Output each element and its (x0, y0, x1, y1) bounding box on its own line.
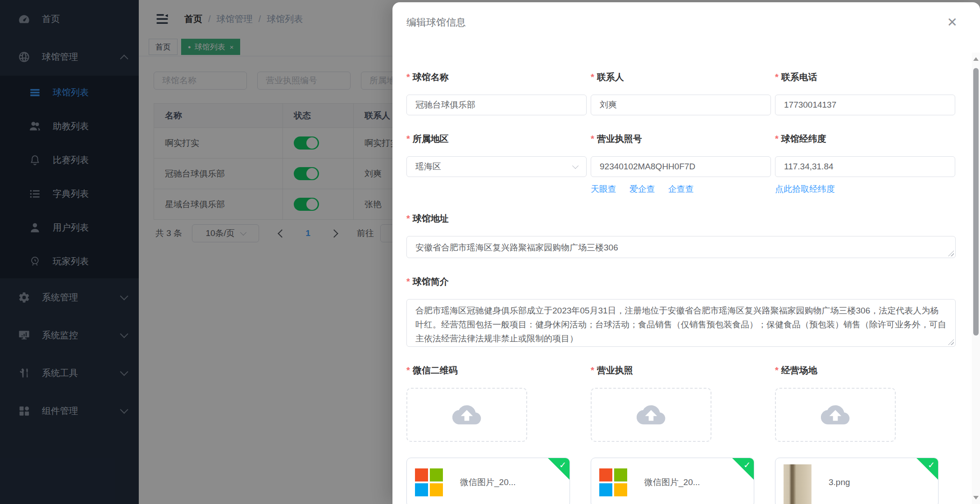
check-icon: ✓ (559, 460, 566, 470)
drawer-header: 编辑球馆信息 ✕ (392, 2, 980, 53)
aiqicha-link[interactable]: 爱企查 (629, 183, 655, 195)
close-icon[interactable]: ✕ (947, 16, 957, 29)
field-premises: * 经营场地 (775, 364, 955, 442)
premises-upload[interactable] (775, 388, 896, 442)
file-name: 微信图片_20... (460, 477, 516, 488)
scroll-up-arrow-icon[interactable] (973, 57, 979, 61)
field-label: 联系人 (597, 71, 624, 83)
uploaded-file-card[interactable]: 微信图片_20... ✓ (591, 458, 754, 504)
required-asterisk: * (406, 213, 410, 224)
field-license: * 营业执照号 天眼查 爱企查 企查查 (591, 133, 771, 195)
field-contact: * 联系人 (591, 71, 771, 115)
field-coords: * 球馆经纬度 点此拾取经纬度 (775, 133, 955, 195)
drawer-scrollbar[interactable] (972, 53, 980, 504)
file-thumbnail (784, 464, 811, 504)
drawer-title: 编辑球馆信息 (406, 16, 466, 29)
file-slot-1: 微信图片_20... ✓ (406, 458, 587, 504)
field-label: 营业执照号 (597, 133, 642, 145)
cloud-upload-icon (452, 400, 481, 429)
license-input[interactable] (591, 156, 771, 177)
field-intro: * 球馆简介 合肥市瑶海区冠驰健身俱乐部成立于2023年05月31日，注册地位于… (406, 276, 956, 347)
scrollbar-thumb[interactable] (973, 68, 979, 336)
file-slot-2: 微信图片_20... ✓ (591, 458, 771, 504)
region-select[interactable]: 瑶海区 (406, 156, 587, 177)
wechat-qrcode-upload[interactable] (406, 388, 527, 442)
field-label: 联系电话 (781, 71, 817, 83)
field-label: 经营场地 (781, 364, 817, 376)
required-asterisk: * (591, 71, 594, 83)
field-label: 营业执照 (597, 364, 633, 376)
edit-venue-drawer: 编辑球馆信息 ✕ * 球馆名称 * 联系人 (392, 2, 980, 504)
cloud-upload-icon (637, 400, 665, 429)
form-row-1: * 球馆名称 * 联系人 * 联系电话 (406, 71, 972, 115)
chevron-down-icon (572, 163, 579, 169)
intro-textarea[interactable]: 合肥市瑶海区冠驰健身俱乐部成立于2023年05月31日，注册地位于安徽省合肥市瑶… (406, 299, 956, 347)
field-phone: * 联系电话 (775, 71, 955, 115)
form-row-files: 微信图片_20... ✓ 微信图片_20... ✓ (406, 458, 972, 504)
check-icon: ✓ (928, 460, 935, 470)
file-name: 3.png (829, 477, 850, 487)
app-root: 首页 球馆管理 球馆列表 助教列表 (0, 0, 980, 504)
field-address: * 球馆地址 安徽省合肥市瑶海区复兴路聚福家园购物广场三楼306 (406, 213, 956, 258)
contact-input[interactable] (591, 95, 771, 115)
drawer-body: * 球馆名称 * 联系人 * 联系电话 (392, 53, 972, 504)
uploaded-file-card[interactable]: 微信图片_20... ✓ (406, 458, 570, 504)
form-row-uploads: * 微信二维码 * 营业执照 (406, 364, 972, 442)
file-slot-3: 3.png ✓ (775, 458, 955, 504)
coords-links: 点此拾取经纬度 (775, 183, 955, 195)
license-lookup-links: 天眼查 爱企查 企查查 (591, 183, 771, 195)
required-asterisk: * (775, 71, 779, 83)
required-asterisk: * (775, 133, 779, 145)
coords-input[interactable] (775, 156, 955, 177)
region-select-value: 瑶海区 (415, 161, 441, 173)
tianyancha-link[interactable]: 天眼查 (591, 183, 616, 195)
required-asterisk: * (775, 364, 779, 376)
required-asterisk: * (406, 364, 410, 376)
required-asterisk: * (406, 133, 410, 145)
field-business-license: * 营业执照 (591, 364, 771, 442)
required-asterisk: * (406, 71, 410, 83)
required-asterisk: * (591, 133, 594, 145)
form-row-intro: * 球馆简介 合肥市瑶海区冠驰健身俱乐部成立于2023年05月31日，注册地位于… (406, 276, 972, 347)
pick-coords-link[interactable]: 点此拾取经纬度 (775, 183, 835, 195)
venue-name-input[interactable] (406, 95, 587, 115)
field-label: 微信二维码 (413, 364, 458, 376)
form-row-address: * 球馆地址 安徽省合肥市瑶海区复兴路聚福家园购物广场三楼306 (406, 213, 972, 258)
qichacha-link[interactable]: 企查查 (668, 183, 694, 195)
file-name: 微信图片_20... (644, 477, 700, 488)
check-icon: ✓ (743, 460, 751, 470)
field-label: 球馆地址 (413, 213, 449, 224)
required-asterisk: * (591, 364, 594, 376)
file-thumbnail (599, 468, 627, 496)
field-label: 球馆经纬度 (781, 133, 826, 145)
field-venue-name: * 球馆名称 (406, 71, 587, 115)
field-region: * 所属地区 瑶海区 (406, 133, 587, 195)
field-label: 球馆名称 (413, 71, 449, 83)
business-license-upload[interactable] (591, 388, 711, 442)
field-label: 球馆简介 (413, 276, 449, 287)
file-thumbnail (415, 468, 443, 496)
address-textarea[interactable]: 安徽省合肥市瑶海区复兴路聚福家园购物广场三楼306 (406, 236, 956, 258)
phone-input[interactable] (775, 95, 955, 115)
scroll-down-arrow-icon[interactable] (973, 496, 979, 499)
form-row-2: * 所属地区 瑶海区 * 营业执照号 天眼查 (406, 133, 972, 195)
uploaded-file-card[interactable]: 3.png ✓ (775, 458, 939, 504)
cloud-upload-icon (821, 400, 850, 429)
field-label: 所属地区 (413, 133, 449, 145)
field-wechat-qrcode: * 微信二维码 (406, 364, 587, 442)
required-asterisk: * (406, 276, 410, 287)
